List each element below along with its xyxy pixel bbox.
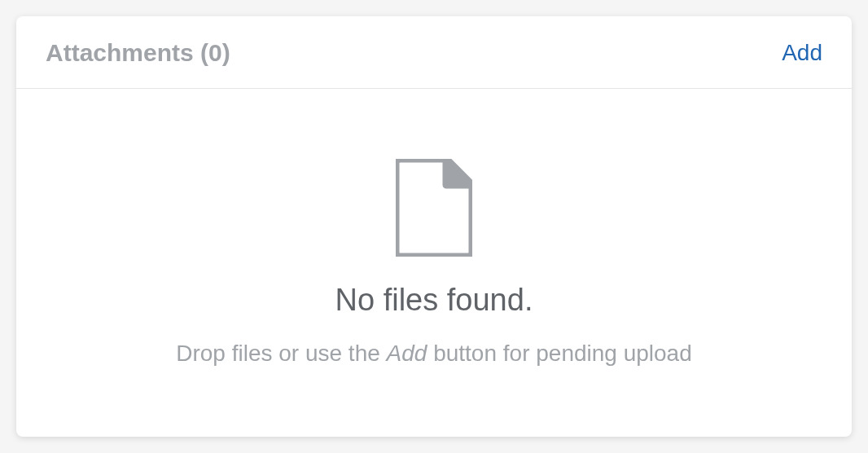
hint-text-before: Drop files or use the [176, 341, 386, 366]
panel-title: Attachments (0) [46, 39, 230, 67]
panel-header: Attachments (0) Add [16, 16, 852, 89]
hint-text-em: Add [387, 341, 427, 366]
empty-state-hint: Drop files or use the Add button for pen… [176, 341, 692, 367]
attachments-panel: Attachments (0) Add No files found. Drop… [16, 16, 852, 437]
add-button[interactable]: Add [782, 40, 822, 66]
hint-text-after: button for pending upload [427, 341, 691, 366]
file-icon [396, 159, 472, 260]
empty-state-title: No files found. [335, 283, 533, 318]
panel-body[interactable]: No files found. Drop files or use the Ad… [16, 89, 852, 437]
